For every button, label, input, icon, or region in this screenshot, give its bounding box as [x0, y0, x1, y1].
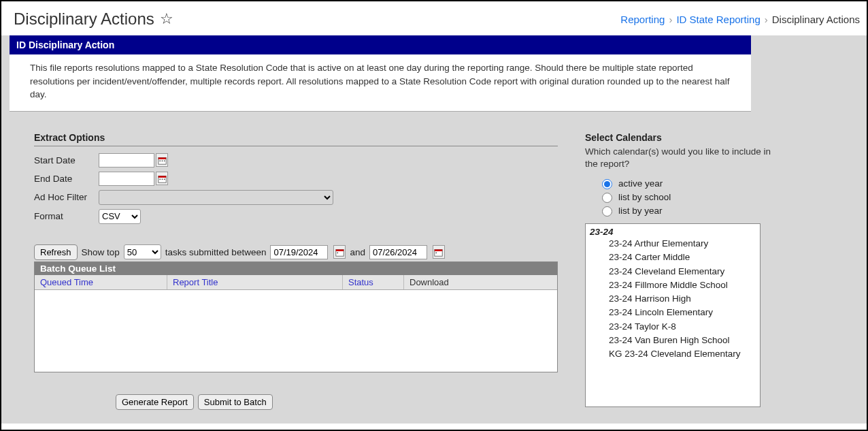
- calendar-icon: [434, 248, 443, 257]
- end-date-label: End Date: [34, 174, 99, 184]
- svg-rect-8: [161, 178, 163, 180]
- calendar-item[interactable]: 23-24 Van Buren High School: [609, 334, 756, 347]
- chevron-right-icon: ›: [669, 14, 672, 25]
- start-date-input[interactable]: [99, 153, 154, 167]
- page-title: Disciplinary Actions: [14, 10, 154, 29]
- calendar-tree[interactable]: 23-24 23-24 Arthur Elementary 23-24 Cart…: [585, 223, 761, 407]
- svg-rect-2: [159, 160, 161, 161]
- calendar-item[interactable]: 23-24 Fillmore Middle School: [609, 278, 756, 292]
- svg-rect-6: [158, 176, 165, 177]
- batch-queue-title: Batch Queue List: [35, 262, 557, 275]
- format-label: Format: [34, 211, 99, 221]
- calendar-item[interactable]: 23-24 Cleveland Elementary: [609, 265, 756, 278]
- svg-rect-12: [337, 252, 338, 253]
- svg-rect-11: [336, 249, 344, 251]
- select-calendars-column: Select Calendars Which calendar(s) would…: [585, 132, 775, 410]
- radio-list-by-school[interactable]: list by school: [599, 191, 775, 203]
- calendar-year-node[interactable]: 23-24: [590, 227, 756, 237]
- batch-queue-header-row: Queued Time Report Title Status Download: [35, 275, 557, 290]
- format-select[interactable]: CSV: [99, 209, 141, 224]
- batch-date-to-input[interactable]: [369, 245, 427, 259]
- batch-controls: Refresh Show top 50 tasks submitted betw…: [34, 244, 558, 260]
- panel-description: This file reports resolutions mapped to …: [10, 54, 751, 112]
- batch-date-to-picker[interactable]: [433, 245, 445, 259]
- radio-list-by-school-label: list by school: [618, 192, 671, 202]
- svg-rect-15: [436, 252, 437, 253]
- extract-options-column: Extract Options Start Date End Date Ad H…: [34, 132, 558, 410]
- main-columns: Extract Options Start Date End Date Ad H…: [34, 132, 867, 410]
- batch-queue-body: [35, 290, 557, 372]
- end-date-input[interactable]: [99, 172, 154, 186]
- batch-date-from-input[interactable]: [270, 245, 328, 259]
- adhoc-filter-row: Ad Hoc Filter: [34, 190, 558, 205]
- radio-list-by-year-label: list by year: [618, 206, 663, 216]
- and-label: and: [350, 247, 365, 257]
- batch-date-from-picker[interactable]: [333, 245, 346, 259]
- radio-active-year-input[interactable]: [602, 179, 612, 189]
- calendar-item[interactable]: 23-24 Carter Middle: [609, 251, 756, 264]
- svg-rect-9: [163, 178, 165, 180]
- start-date-picker-button[interactable]: [156, 153, 168, 167]
- generate-report-button[interactable]: Generate Report: [116, 394, 194, 410]
- radio-list-by-year[interactable]: list by year: [599, 204, 775, 217]
- breadcrumb-reporting[interactable]: Reporting: [620, 14, 665, 25]
- breadcrumb-current: Disciplinary Actions: [772, 14, 860, 25]
- calendar-item[interactable]: KG 23-24 Cleveland Elementary: [609, 347, 756, 361]
- info-panel: ID Disciplinary Action This file reports…: [10, 35, 751, 112]
- svg-rect-3: [161, 160, 163, 161]
- tasks-between-label: tasks submitted between: [165, 247, 267, 257]
- panel-title: ID Disciplinary Action: [10, 35, 751, 54]
- calendar-item[interactable]: 23-24 Lincoln Elementary: [609, 306, 756, 319]
- select-calendars-heading: Select Calendars: [585, 132, 775, 143]
- show-top-select[interactable]: 50: [124, 244, 161, 259]
- refresh-button[interactable]: Refresh: [34, 244, 78, 260]
- radio-list-by-school-input[interactable]: [602, 193, 612, 203]
- col-report-title[interactable]: Report Title: [167, 275, 343, 289]
- breadcrumb-id-state-reporting[interactable]: ID State Reporting: [676, 14, 760, 25]
- title-wrap: Disciplinary Actions ☆: [14, 10, 173, 29]
- calendar-item[interactable]: 23-24 Harrison High: [609, 292, 756, 306]
- calendar-item[interactable]: 23-24 Taylor K-8: [609, 320, 756, 334]
- batch-queue-table: Batch Queue List Queued Time Report Titl…: [34, 261, 558, 372]
- favorite-star-icon[interactable]: ☆: [160, 10, 173, 28]
- content-area: ID Disciplinary Action This file reports…: [1, 35, 867, 424]
- col-status[interactable]: Status: [343, 275, 404, 289]
- col-queued-time[interactable]: Queued Time: [35, 275, 167, 289]
- svg-rect-1: [158, 157, 165, 159]
- adhoc-filter-select[interactable]: [99, 190, 333, 205]
- format-row: Format CSV: [34, 209, 558, 224]
- page-header: Disciplinary Actions ☆ Reporting › ID St…: [1, 1, 867, 35]
- chevron-right-icon: ›: [765, 14, 768, 25]
- breadcrumb: Reporting › ID State Reporting › Discipl…: [620, 14, 860, 25]
- svg-rect-14: [435, 249, 442, 251]
- calendar-item[interactable]: 23-24 Arthur Elementary: [609, 237, 756, 251]
- start-date-label: Start Date: [34, 155, 99, 165]
- submit-to-batch-button[interactable]: Submit to Batch: [198, 394, 273, 410]
- svg-rect-7: [159, 178, 161, 180]
- end-date-picker-button[interactable]: [156, 172, 168, 185]
- radio-list-by-year-input[interactable]: [602, 206, 612, 217]
- action-buttons-row: Generate Report Submit to Batch: [116, 394, 558, 410]
- batch-queue-area: Refresh Show top 50 tasks submitted betw…: [34, 244, 558, 372]
- adhoc-filter-label: Ad Hoc Filter: [34, 192, 99, 202]
- end-date-row: End Date: [34, 172, 558, 186]
- svg-rect-4: [163, 160, 165, 161]
- radio-active-year-label: active year: [618, 178, 663, 189]
- show-top-label: Show top: [82, 247, 120, 257]
- start-date-row: Start Date: [34, 153, 558, 167]
- radio-active-year[interactable]: active year: [599, 177, 775, 189]
- calendar-icon: [158, 174, 167, 183]
- col-download: Download: [404, 275, 557, 289]
- calendar-icon: [158, 156, 167, 165]
- extract-options-heading: Extract Options: [34, 132, 558, 146]
- select-calendars-prompt: Which calendar(s) would you like to incl…: [585, 146, 775, 170]
- calendar-icon: [335, 248, 344, 257]
